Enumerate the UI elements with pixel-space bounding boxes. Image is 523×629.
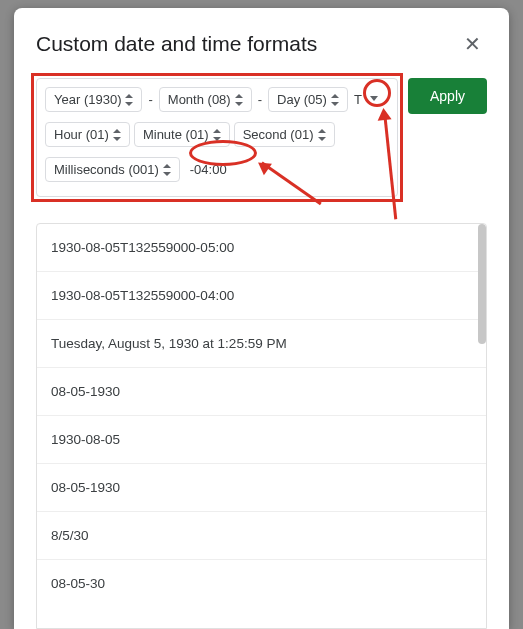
format-options-list: 1930-08-05T132559000-05:00 1930-08-05T13… [36, 223, 487, 629]
format-option[interactable]: 1930-08-05T132559000-05:00 [37, 224, 486, 271]
separator-dash: - [256, 92, 264, 107]
chip-minute[interactable]: Minute (01) [134, 122, 230, 147]
chip-second[interactable]: Second (01) [234, 122, 335, 147]
chip-year[interactable]: Year (1930) [45, 87, 142, 112]
chip-label: Second (01) [243, 127, 314, 142]
format-option[interactable]: 08-05-1930 [37, 367, 486, 415]
chip-month[interactable]: Month (08) [159, 87, 252, 112]
sort-icon [163, 164, 171, 176]
format-option[interactable]: 1930-08-05 [37, 415, 486, 463]
list-scroll[interactable]: 1930-08-05T132559000-05:00 1930-08-05T13… [37, 224, 486, 607]
scrollbar-thumb[interactable] [478, 224, 486, 344]
chip-label: Milliseconds (001) [54, 162, 159, 177]
sort-icon [331, 94, 339, 106]
format-option[interactable]: 1930-08-05T132559000-04:00 [37, 271, 486, 319]
chip-ms[interactable]: Milliseconds (001) [45, 157, 180, 182]
dialog-title: Custom date and time formats [36, 32, 317, 56]
chip-label: Month (08) [168, 92, 231, 107]
format-option[interactable]: 08-05-1930 [37, 463, 486, 511]
chevron-down-icon[interactable] [370, 96, 378, 101]
format-option[interactable]: 08-05-30 [37, 559, 486, 607]
format-option[interactable]: 8/5/30 [37, 511, 486, 559]
sort-icon [125, 94, 133, 106]
chip-day[interactable]: Day (05) [268, 87, 348, 112]
chip-label: Year (1930) [54, 92, 121, 107]
format-chips: Year (1930) - Month (08) - Day (05) T Ho… [45, 87, 389, 188]
literal-timezone[interactable]: -04:00 [184, 160, 233, 179]
custom-format-dialog: Custom date and time formats ✕ Year (193… [14, 8, 509, 629]
sort-icon [318, 129, 326, 141]
format-row: Year (1930) - Month (08) - Day (05) T Ho… [36, 78, 487, 197]
literal-T[interactable]: T [352, 92, 364, 107]
chip-hour[interactable]: Hour (01) [45, 122, 130, 147]
dialog-header: Custom date and time formats ✕ [36, 28, 487, 60]
format-input[interactable]: Year (1930) - Month (08) - Day (05) T Ho… [36, 78, 398, 197]
sort-icon [213, 129, 221, 141]
sort-icon [113, 129, 121, 141]
chip-label: Hour (01) [54, 127, 109, 142]
sort-icon [235, 94, 243, 106]
close-icon[interactable]: ✕ [458, 28, 487, 60]
separator-dash: - [146, 92, 154, 107]
chip-label: Day (05) [277, 92, 327, 107]
apply-button[interactable]: Apply [408, 78, 487, 114]
format-option[interactable]: Tuesday, August 5, 1930 at 1:25:59 PM [37, 319, 486, 367]
chip-label: Minute (01) [143, 127, 209, 142]
